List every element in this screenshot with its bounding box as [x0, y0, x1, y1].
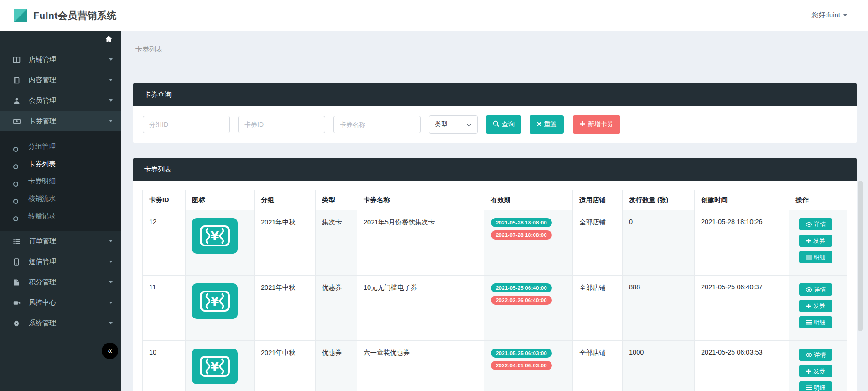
- records-button[interactable]: 明细: [799, 381, 832, 391]
- search-icon: [493, 120, 499, 129]
- plus-icon: [806, 369, 811, 374]
- cell-created: 2021-05-25 06:03:53: [695, 341, 789, 391]
- video-camera-icon: [13, 299, 22, 307]
- app-title: FuInt会员营销系统: [33, 9, 117, 22]
- group-id-input[interactable]: [143, 116, 230, 133]
- sidebar-item-order[interactable]: 订单管理: [0, 231, 121, 251]
- sidebar-subitem-coupon-list[interactable]: 卡券列表: [0, 155, 121, 172]
- sidebar-item-risk[interactable]: 风控中心: [0, 292, 121, 313]
- sidebar-subitem-gift-records[interactable]: 转赠记录: [0, 207, 121, 224]
- list-small-icon: [806, 255, 812, 260]
- sidebar-item-label: 店铺管理: [29, 55, 56, 64]
- records-button[interactable]: 明细: [799, 251, 832, 263]
- main-content: 卡券列表 卡券查询 类型 查询 重: [121, 31, 868, 391]
- cell-coupon-id: 11: [143, 276, 186, 341]
- column-header: 卡券ID: [143, 190, 186, 210]
- chevron-down-icon: [109, 99, 113, 102]
- coupon-name-input[interactable]: [333, 116, 421, 133]
- type-select[interactable]: 类型: [429, 115, 478, 134]
- x-icon: [536, 121, 542, 128]
- gear-icon: [13, 320, 22, 327]
- records-button[interactable]: 明细: [799, 316, 832, 328]
- sidebar: 店铺管理 内容管理 会员管理 卡券管理 分组管理卡券列表卡券明细核销流水转赠记录…: [0, 31, 121, 391]
- coupon-ticket-icon: ¥: [192, 283, 238, 319]
- sidebar-item-coupon[interactable]: 卡券管理: [0, 111, 121, 131]
- sidebar-item-member[interactable]: 会员管理: [0, 90, 121, 111]
- column-header: 操作: [789, 190, 847, 210]
- vertical-scrollbar[interactable]: [858, 181, 863, 331]
- table-row: 10 ¥ 2021年中秋 优惠券 六一童装优惠券 2021-05-25 06:0…: [143, 341, 847, 391]
- sidebar-item-content[interactable]: 内容管理: [0, 70, 121, 90]
- sidebar-submenu-coupon: 分组管理卡券列表卡券明细核销流水转赠记录: [0, 131, 121, 231]
- chevron-down-icon: [109, 302, 113, 304]
- sidebar-item-label: 会员管理: [29, 96, 56, 105]
- column-header: 类型: [316, 190, 357, 210]
- reset-button[interactable]: 重置: [530, 115, 564, 134]
- sidebar-home-button[interactable]: [0, 31, 121, 49]
- type-select-value: 类型: [435, 120, 447, 129]
- cell-coupon-id: 12: [143, 210, 186, 276]
- sidebar-item-points[interactable]: 积分管理: [0, 272, 121, 292]
- valid-start-badge: 2021-05-28 18:08:00: [491, 218, 552, 227]
- search-form: 类型 查询 重置 新增卡券: [133, 106, 857, 143]
- sidebar-item-label: 系统管理: [29, 319, 56, 328]
- eye-icon: [806, 222, 812, 227]
- table-header-row: 卡券ID图标分组类型卡券名称有效期适用店铺发行数量 (张)创建时间操作: [143, 190, 847, 210]
- plus-icon: [806, 303, 811, 309]
- column-header: 创建时间: [695, 190, 789, 210]
- money-bill-icon: [13, 118, 22, 125]
- list-panel: 卡券列表 卡券ID图标分组类型卡券名称有效期适用店铺发行数量 (张)创建时间操作…: [133, 158, 857, 391]
- sidebar-subitem-coupon-detail[interactable]: 卡券明细: [0, 172, 121, 190]
- valid-start-badge: 2021-05-25 06:40:00: [491, 283, 552, 292]
- list-icon: [13, 238, 22, 245]
- sidebar-collapse-button[interactable]: «: [102, 343, 118, 359]
- sidebar-item-shop[interactable]: 店铺管理: [0, 49, 121, 70]
- sidebar-item-sms[interactable]: 短信管理: [0, 251, 121, 272]
- detail-button[interactable]: 详情: [799, 283, 832, 296]
- cell-name: 2021年5月份餐饮集次卡: [357, 210, 484, 276]
- cell-actions: 详情发券明细: [789, 341, 847, 391]
- cell-stores: 全部店铺: [573, 341, 623, 391]
- table-row: 11 ¥ 2021年中秋 优惠券 10元无门槛电子券 2021-05-25 06…: [143, 276, 847, 341]
- issue-button[interactable]: 发券: [799, 365, 832, 377]
- sidebar-item-system[interactable]: 系统管理: [0, 313, 121, 334]
- sidebar-subitem-verify-flow[interactable]: 核销流水: [0, 190, 121, 207]
- sidebar-item-label: 卡券管理: [29, 117, 56, 125]
- issue-button[interactable]: 发券: [799, 235, 832, 247]
- detail-button[interactable]: 详情: [799, 349, 832, 361]
- column-header: 分组: [255, 190, 316, 210]
- chevron-down-icon: [843, 14, 847, 16]
- chevron-down-icon: [109, 261, 113, 263]
- svg-text:¥: ¥: [211, 229, 219, 243]
- logo-area: FuInt会员营销系统: [0, 9, 117, 22]
- list-panel-title: 卡券列表: [133, 158, 857, 181]
- coupon-ticket-icon: ¥: [192, 349, 238, 384]
- list-small-icon: [806, 320, 812, 325]
- user-menu[interactable]: 您好:fuint: [811, 11, 868, 20]
- chevron-down-icon: [109, 79, 113, 81]
- plus-icon: [580, 121, 586, 128]
- column-header: 卡券名称: [357, 190, 484, 210]
- breadcrumb-bar: 卡券列表: [121, 31, 868, 68]
- chevron-down-icon: [109, 281, 113, 283]
- eye-icon: [806, 287, 812, 292]
- cell-validity: 2021-05-28 18:08:00 2021-07-28 18:08:00: [484, 210, 573, 276]
- search-panel-title: 卡券查询: [133, 83, 857, 106]
- cell-stores: 全部店铺: [573, 276, 623, 341]
- sidebar-subitem-group-manage[interactable]: 分组管理: [0, 138, 121, 155]
- cell-group: 2021年中秋: [255, 341, 316, 391]
- svg-text:¥: ¥: [211, 294, 219, 308]
- chevron-down-icon: [466, 121, 472, 128]
- detail-button[interactable]: 详情: [799, 218, 832, 230]
- column-header: 适用店铺: [573, 190, 623, 210]
- sidebar-item-label: 订单管理: [29, 237, 56, 245]
- issue-button[interactable]: 发券: [799, 300, 832, 312]
- sidebar-item-label: 风控中心: [29, 298, 56, 307]
- coupon-id-input[interactable]: [238, 116, 325, 133]
- add-coupon-button[interactable]: 新增卡券: [573, 115, 620, 134]
- cell-quantity: 0: [623, 210, 695, 276]
- search-button[interactable]: 查询: [486, 115, 521, 134]
- app-logo: [14, 9, 27, 22]
- cell-actions: 详情发券明细: [789, 276, 847, 341]
- home-icon: [105, 36, 113, 45]
